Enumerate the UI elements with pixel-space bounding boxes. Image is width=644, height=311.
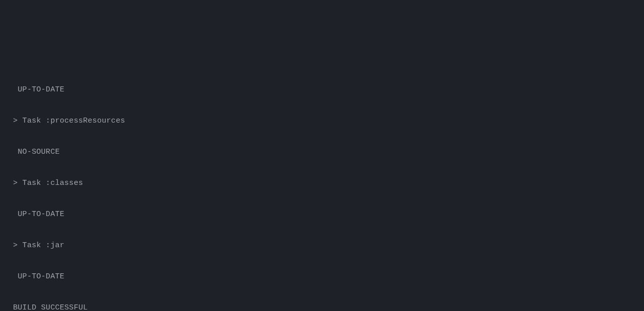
- output-line: > Task :processResources: [13, 113, 644, 129]
- output-line: BUILD SUCCESSFUL: [13, 300, 644, 311]
- output-line: UP-TO-DATE: [13, 82, 644, 97]
- terminal-output[interactable]: UP-TO-DATE > Task :processResources NO-S…: [13, 66, 644, 311]
- output-line: > Task :jar: [13, 238, 644, 253]
- output-line: NO-SOURCE: [13, 144, 644, 160]
- output-line: > Task :classes: [13, 175, 644, 191]
- output-line: UP-TO-DATE: [13, 206, 644, 222]
- output-line: UP-TO-DATE: [13, 269, 644, 284]
